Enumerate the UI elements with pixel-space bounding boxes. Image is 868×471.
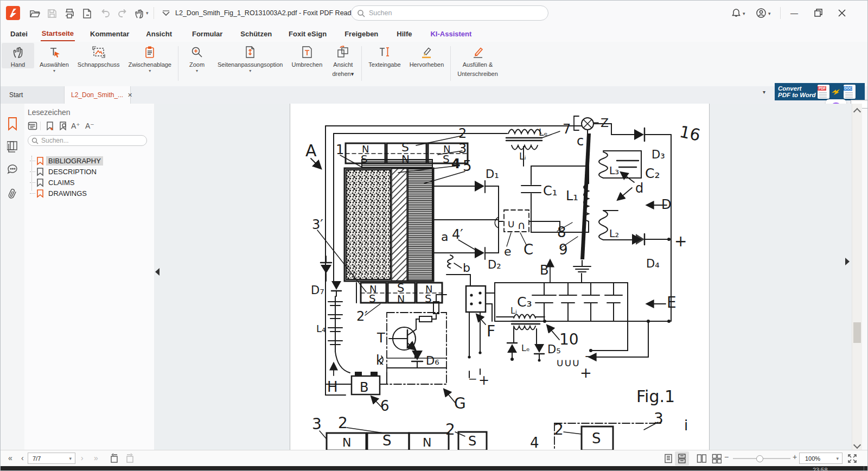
bookmark-item-description[interactable]: DESCRIPTION	[30, 167, 99, 177]
single-page-view-button[interactable]	[663, 454, 673, 463]
hand-tool-quick-icon[interactable]	[133, 8, 145, 20]
highlight-button[interactable]: Hervorheben	[405, 42, 449, 68]
zoom-in-button[interactable]: +	[793, 453, 797, 461]
tab-close-icon[interactable]: ✕	[127, 92, 132, 99]
collapse-toolbar-icon[interactable]	[160, 8, 172, 20]
fill-sign-button[interactable]: Ausfüllen & Unterschreiben	[453, 42, 502, 78]
last-page-button[interactable]: »	[94, 454, 98, 462]
zoom-dropdown[interactable]: ▾	[196, 69, 198, 73]
zoom-slider-thumb[interactable]	[756, 455, 763, 462]
close-button[interactable]	[838, 9, 846, 17]
menu-item-foxit-esign[interactable]: Foxit eSign	[288, 27, 328, 41]
account-icon[interactable]	[756, 8, 767, 18]
reflow-button[interactable]: Umbrechen	[287, 42, 327, 68]
figure-label: L₁	[566, 188, 578, 203]
menu-item-ki-assistent[interactable]: KI-Assistent	[429, 27, 473, 41]
comments-panel-icon[interactable]	[7, 163, 18, 175]
export-page-icon[interactable]	[81, 8, 93, 20]
scrollbar-thumb[interactable]	[853, 322, 861, 343]
hand-tool-dropdown[interactable]: ▾	[146, 10, 149, 16]
bookmark-list-options-icon[interactable]	[28, 121, 37, 131]
scroll-down-icon[interactable]	[853, 441, 861, 449]
figure-label: 2	[458, 126, 467, 141]
page-fit-dropdown[interactable]: ▾	[249, 69, 251, 73]
rotate-view-button[interactable]: Ansicht drehen▾	[327, 42, 359, 78]
first-page-button[interactable]: «	[8, 454, 12, 462]
menu-item-freigeben[interactable]: Freigeben	[343, 27, 379, 41]
print-icon[interactable]	[63, 8, 75, 20]
select-button[interactable]: Auswählen ▾	[35, 42, 73, 73]
save-icon[interactable]	[46, 8, 58, 20]
vertical-scrollbar[interactable]	[852, 104, 862, 450]
typewriter-button[interactable]: Texteingabe	[364, 42, 405, 68]
minimize-button[interactable]: —	[787, 6, 801, 20]
figure-label: 16	[678, 122, 703, 145]
fullscreen-button[interactable]	[847, 453, 858, 464]
tab-document-active[interactable]: L2_Don_Smith_... ✕	[65, 86, 131, 104]
menu-item-ansicht[interactable]: Ansicht	[145, 27, 173, 41]
bell-dropdown[interactable]: ▾	[743, 11, 745, 16]
figure-label: N	[423, 436, 431, 449]
rotate-left-button[interactable]	[109, 453, 120, 464]
taskbar-strip[interactable]: 23:58	[1, 466, 868, 471]
menu-item-sch-tzen[interactable]: Schützen	[239, 27, 273, 41]
figure-label: C	[524, 241, 533, 258]
bookmark-search-input[interactable]: Suchen...	[28, 135, 147, 146]
open-file-icon[interactable]	[29, 8, 41, 20]
attachments-panel-icon[interactable]	[7, 187, 18, 200]
zoom-button[interactable]: Zoom ▾	[181, 42, 213, 73]
notifications-bell-icon[interactable]	[731, 8, 742, 18]
menu-item-datei[interactable]: Datei	[9, 27, 29, 41]
zoom-dropdown-icon[interactable]: ▾	[836, 456, 839, 461]
tab-start[interactable]: Start	[1, 86, 65, 104]
add-bookmark-icon[interactable]	[45, 121, 55, 131]
maximize-button[interactable]	[814, 9, 823, 17]
clipboard-button[interactable]: Zwischenablage ▾	[124, 42, 176, 73]
menu-item-hilfe[interactable]: Hilfe	[395, 27, 413, 41]
account-dropdown[interactable]: ▾	[768, 11, 771, 16]
snapshot-button[interactable]: Schnappschuss	[73, 42, 124, 68]
prev-page-button[interactable]: ‹	[21, 454, 24, 462]
undo-icon[interactable]	[99, 8, 111, 20]
zoom-level-input[interactable]: 100% ▾	[799, 453, 843, 464]
bookmark-item-claims[interactable]: CLAIMS	[30, 177, 76, 188]
next-page-button[interactable]: ›	[81, 454, 84, 462]
figure-label: S	[443, 152, 450, 166]
rotate-right-button[interactable]	[124, 453, 135, 464]
document-area[interactable]: A12345D₁D₂a4′b3′2′Lₑ7LᵢC₁L₁89∪∩eCcZD₃C₂L…	[154, 104, 852, 450]
figure-label: S	[592, 430, 601, 447]
bookmark-label: BIBLIOGRAPHY	[46, 156, 103, 166]
menu-item-startseite[interactable]: Startseite	[41, 27, 75, 41]
bookmarks-panel-icon[interactable]	[7, 117, 18, 131]
quad-view-button[interactable]	[712, 454, 722, 463]
font-decrease-icon[interactable]: A⁻	[85, 122, 94, 130]
zoom-out-button[interactable]: −	[724, 453, 729, 461]
continuous-view-button[interactable]	[677, 454, 687, 463]
bookmark-item-drawings[interactable]: DRAWINGS	[30, 188, 89, 199]
font-increase-icon[interactable]: A⁺	[71, 122, 80, 130]
page-dropdown-icon[interactable]: ▾	[69, 456, 72, 461]
search-bookmark-icon[interactable]	[58, 121, 68, 131]
bookmark-item-bibliography[interactable]: BIBLIOGRAPHY	[30, 156, 103, 166]
scroll-up-icon[interactable]	[853, 108, 861, 116]
menu-item-formular[interactable]: Formular	[191, 27, 224, 41]
redo-icon[interactable]	[117, 8, 129, 20]
rotate-view-icon	[336, 45, 350, 59]
collapse-right-panel-handle[interactable]	[845, 258, 850, 265]
menu-item-kommentar[interactable]: Kommentar	[89, 27, 130, 41]
select-dropdown[interactable]: ▾	[53, 69, 55, 73]
window-title: L2_Don_Smith_Fig_1_RO131003A2.pdf - Foxi…	[175, 9, 358, 17]
clipboard-dropdown[interactable]: ▾	[149, 69, 151, 73]
page-fit-button[interactable]: Seitenanpassungsoption ▾	[213, 42, 287, 73]
collapse-left-panel-handle[interactable]	[155, 268, 159, 276]
page-number-input[interactable]: 7/7 ▾	[28, 453, 75, 464]
figure-label: 1	[336, 142, 344, 157]
convert-pdf-to-word-banner[interactable]: ConvertPDF to Word PDF DOC	[775, 83, 865, 100]
tabbar-overflow-dropdown[interactable]: ▾	[763, 89, 765, 95]
hand-button[interactable]: Hand	[2, 43, 34, 68]
figure-label: 2′	[356, 309, 368, 324]
search-box[interactable]: Suchen	[351, 5, 548, 21]
facing-view-button[interactable]	[697, 454, 706, 463]
pdf-page[interactable]: A12345D₁D₂a4′b3′2′Lₑ7LᵢC₁L₁89∪∩eCcZD₃C₂L…	[290, 104, 710, 450]
pages-panel-icon[interactable]	[7, 141, 18, 154]
